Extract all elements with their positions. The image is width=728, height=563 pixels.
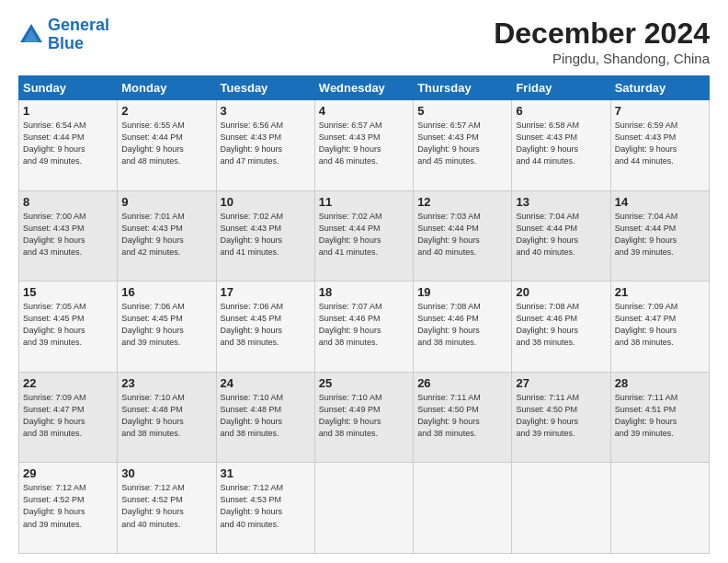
week-row-3: 15Sunrise: 7:05 AMSunset: 4:45 PMDayligh…: [19, 282, 710, 373]
day-info: Sunrise: 6:55 AMSunset: 4:44 PMDaylight:…: [121, 120, 211, 167]
day-cell: 29Sunrise: 7:12 AMSunset: 4:52 PMDayligh…: [19, 463, 118, 554]
day-number: 10: [221, 195, 311, 209]
day-info: Sunrise: 6:54 AMSunset: 4:44 PMDaylight:…: [23, 120, 113, 167]
day-cell: 2Sunrise: 6:55 AMSunset: 4:44 PMDaylight…: [118, 100, 216, 191]
day-cell: 31Sunrise: 7:12 AMSunset: 4:53 PMDayligh…: [216, 463, 314, 554]
logo: General Blue: [18, 17, 109, 53]
day-number: 25: [319, 376, 409, 390]
day-cell: 26Sunrise: 7:11 AMSunset: 4:50 PMDayligh…: [414, 372, 512, 463]
day-cell: 23Sunrise: 7:10 AMSunset: 4:48 PMDayligh…: [118, 372, 216, 463]
day-info: Sunrise: 7:02 AMSunset: 4:43 PMDaylight:…: [221, 211, 311, 259]
day-cell: 8Sunrise: 7:00 AMSunset: 4:43 PMDaylight…: [19, 190, 118, 282]
day-cell: 17Sunrise: 7:06 AMSunset: 4:45 PMDayligh…: [216, 282, 314, 373]
day-info: Sunrise: 7:12 AMSunset: 4:53 PMDaylight:…: [221, 482, 311, 530]
day-cell: [512, 463, 610, 554]
logo-icon: [18, 22, 44, 48]
day-info: Sunrise: 7:03 AMSunset: 4:44 PMDaylight:…: [417, 211, 507, 259]
day-number: 19: [417, 285, 507, 299]
day-cell: [414, 463, 512, 554]
day-cell: 12Sunrise: 7:03 AMSunset: 4:44 PMDayligh…: [414, 190, 512, 282]
day-info: Sunrise: 7:11 AMSunset: 4:50 PMDaylight:…: [417, 392, 507, 440]
day-cell: 22Sunrise: 7:09 AMSunset: 4:47 PMDayligh…: [19, 372, 118, 463]
day-info: Sunrise: 7:10 AMSunset: 4:49 PMDaylight:…: [319, 392, 409, 440]
day-number: 31: [221, 466, 311, 480]
day-cell: 7Sunrise: 6:59 AMSunset: 4:43 PMDaylight…: [610, 100, 709, 191]
day-info: Sunrise: 6:59 AMSunset: 4:43 PMDaylight:…: [615, 120, 705, 167]
day-number: 2: [121, 104, 211, 118]
day-cell: 10Sunrise: 7:02 AMSunset: 4:43 PMDayligh…: [216, 190, 314, 282]
day-info: Sunrise: 7:09 AMSunset: 4:47 PMDaylight:…: [23, 392, 113, 440]
header-row: SundayMondayTuesdayWednesdayThursdayFrid…: [19, 76, 710, 100]
day-number: 4: [319, 104, 409, 118]
location: Pingdu, Shandong, China: [494, 51, 710, 66]
calendar-header: SundayMondayTuesdayWednesdayThursdayFrid…: [19, 76, 710, 100]
day-cell: 5Sunrise: 6:57 AMSunset: 4:43 PMDaylight…: [414, 100, 512, 191]
day-info: Sunrise: 6:57 AMSunset: 4:43 PMDaylight:…: [417, 120, 507, 167]
page: General Blue December 2024 Pingdu, Shand…: [0, 0, 728, 563]
calendar: SundayMondayTuesdayWednesdayThursdayFrid…: [18, 75, 710, 554]
day-info: Sunrise: 7:04 AMSunset: 4:44 PMDaylight:…: [516, 211, 606, 259]
day-cell: 24Sunrise: 7:10 AMSunset: 4:48 PMDayligh…: [216, 372, 314, 463]
day-number: 27: [516, 376, 606, 390]
day-number: 8: [23, 195, 113, 209]
day-info: Sunrise: 7:06 AMSunset: 4:45 PMDaylight:…: [221, 301, 311, 349]
day-number: 12: [417, 195, 507, 209]
day-info: Sunrise: 7:05 AMSunset: 4:45 PMDaylight:…: [23, 301, 113, 349]
day-cell: 16Sunrise: 7:06 AMSunset: 4:45 PMDayligh…: [118, 282, 216, 373]
day-cell: 25Sunrise: 7:10 AMSunset: 4:49 PMDayligh…: [314, 372, 413, 463]
logo-blue: Blue: [48, 34, 84, 52]
day-cell: 13Sunrise: 7:04 AMSunset: 4:44 PMDayligh…: [512, 190, 610, 282]
week-row-4: 22Sunrise: 7:09 AMSunset: 4:47 PMDayligh…: [19, 372, 710, 463]
day-number: 7: [615, 104, 705, 118]
day-number: 9: [121, 195, 211, 209]
day-info: Sunrise: 7:08 AMSunset: 4:46 PMDaylight:…: [516, 301, 606, 349]
day-cell: 11Sunrise: 7:02 AMSunset: 4:44 PMDayligh…: [314, 190, 413, 282]
day-number: 3: [221, 104, 311, 118]
day-info: Sunrise: 7:04 AMSunset: 4:44 PMDaylight:…: [615, 211, 705, 259]
day-info: Sunrise: 7:08 AMSunset: 4:46 PMDaylight:…: [417, 301, 507, 349]
day-cell: 19Sunrise: 7:08 AMSunset: 4:46 PMDayligh…: [414, 282, 512, 373]
day-info: Sunrise: 7:11 AMSunset: 4:51 PMDaylight:…: [615, 392, 705, 440]
calendar-body: 1Sunrise: 6:54 AMSunset: 4:44 PMDaylight…: [19, 100, 710, 554]
day-cell: 14Sunrise: 7:04 AMSunset: 4:44 PMDayligh…: [610, 190, 709, 282]
day-number: 20: [516, 285, 606, 299]
day-header-friday: Friday: [512, 76, 610, 100]
day-number: 13: [516, 195, 606, 209]
day-header-tuesday: Tuesday: [216, 76, 314, 100]
day-number: 16: [121, 285, 211, 299]
day-number: 23: [121, 376, 211, 390]
day-cell: 4Sunrise: 6:57 AMSunset: 4:43 PMDaylight…: [314, 100, 413, 191]
day-cell: [314, 463, 413, 554]
day-info: Sunrise: 7:07 AMSunset: 4:46 PMDaylight:…: [319, 301, 409, 349]
day-info: Sunrise: 6:56 AMSunset: 4:43 PMDaylight:…: [221, 120, 311, 167]
header: General Blue December 2024 Pingdu, Shand…: [18, 17, 710, 66]
day-number: 26: [417, 376, 507, 390]
day-number: 28: [615, 376, 705, 390]
day-number: 29: [23, 466, 113, 480]
day-header-monday: Monday: [118, 76, 216, 100]
day-cell: 3Sunrise: 6:56 AMSunset: 4:43 PMDaylight…: [216, 100, 314, 191]
day-number: 14: [615, 195, 705, 209]
day-number: 1: [23, 104, 113, 118]
day-info: Sunrise: 7:10 AMSunset: 4:48 PMDaylight:…: [221, 392, 311, 440]
day-number: 22: [23, 376, 113, 390]
day-cell: 28Sunrise: 7:11 AMSunset: 4:51 PMDayligh…: [610, 372, 709, 463]
day-cell: [610, 463, 709, 554]
day-header-thursday: Thursday: [414, 76, 512, 100]
day-number: 18: [319, 285, 409, 299]
day-cell: 20Sunrise: 7:08 AMSunset: 4:46 PMDayligh…: [512, 282, 610, 373]
day-cell: 18Sunrise: 7:07 AMSunset: 4:46 PMDayligh…: [314, 282, 413, 373]
day-number: 21: [615, 285, 705, 299]
title-block: December 2024 Pingdu, Shandong, China: [494, 17, 710, 66]
week-row-1: 1Sunrise: 6:54 AMSunset: 4:44 PMDaylight…: [19, 100, 710, 191]
logo-text: General Blue: [48, 17, 109, 53]
day-number: 15: [23, 285, 113, 299]
month-title: December 2024: [494, 17, 710, 51]
week-row-2: 8Sunrise: 7:00 AMSunset: 4:43 PMDaylight…: [19, 190, 710, 282]
day-cell: 1Sunrise: 6:54 AMSunset: 4:44 PMDaylight…: [19, 100, 118, 191]
day-number: 30: [121, 466, 211, 480]
day-number: 5: [417, 104, 507, 118]
day-cell: 15Sunrise: 7:05 AMSunset: 4:45 PMDayligh…: [19, 282, 118, 373]
day-number: 11: [319, 195, 409, 209]
day-info: Sunrise: 7:00 AMSunset: 4:43 PMDaylight:…: [23, 211, 113, 259]
